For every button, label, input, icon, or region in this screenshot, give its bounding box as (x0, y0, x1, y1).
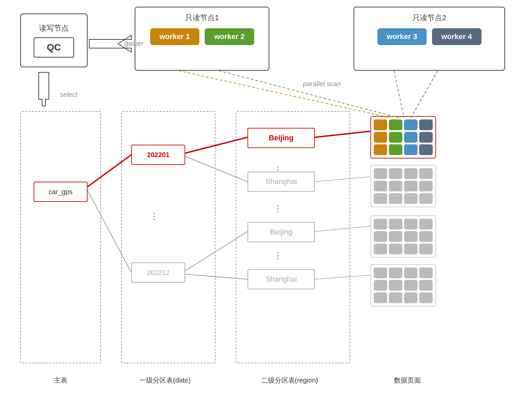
col-label-lvl2: 二级分区表(region) (229, 376, 350, 385)
lvl2-shanghai1-box: Shanghai (247, 172, 315, 192)
lvl2-beijing2-box: Beijing (247, 222, 315, 242)
lvl2-shanghai2-box: Shanghai (247, 269, 315, 289)
readonly1-title: 只读节点1 (185, 13, 219, 23)
qc-box: QC (34, 37, 74, 58)
cell (374, 144, 387, 155)
select-label: select (60, 91, 77, 99)
read-write-title: 读写节点 (39, 23, 69, 33)
svg-marker-3 (39, 72, 49, 106)
read-write-node: 读写节点 QC (20, 13, 88, 67)
cell (389, 144, 402, 155)
readonly2-title: 只读节点2 (412, 13, 446, 23)
lvl1-202212-box: 202212 (131, 262, 185, 283)
cell (374, 132, 387, 143)
dots-lvl2-3: ⋮ (273, 251, 283, 261)
svg-line-17 (411, 71, 438, 118)
worker2-btn: worker 2 (205, 28, 254, 45)
worker4-btn: worker 4 (432, 28, 481, 45)
cell (389, 132, 402, 143)
readonly-node1: 只读节点1 worker 1 worker 2 (135, 7, 269, 71)
col-label-main: 主表 (20, 376, 101, 385)
data-grid-3 (370, 264, 436, 307)
gather-label: gather (125, 40, 144, 47)
data-grid-1 (370, 165, 436, 207)
cell (404, 144, 418, 155)
parallel-scan-label: parallel scan (303, 80, 341, 88)
cell (404, 132, 418, 143)
svg-line-14 (178, 71, 391, 118)
workers-row-1: worker 1 worker 2 (150, 28, 254, 45)
car-gps-box: car_gps (34, 182, 88, 202)
lvl2-beijing-box: Beijing (247, 128, 315, 148)
col-label-lvl1: 一级分区表(date) (114, 376, 215, 385)
worker1-btn: worker 1 (150, 28, 200, 45)
col-main-border (20, 111, 101, 363)
dots-lvl2-2: ⋮ (273, 204, 283, 214)
cell (404, 119, 418, 130)
workers-row-2: worker 3 worker 4 (377, 28, 481, 45)
lvl1-202201-box: 202201 (131, 145, 185, 165)
svg-line-16 (394, 71, 404, 118)
cell (419, 132, 433, 143)
readonly-node2: 只读节点2 worker 3 worker 4 (354, 7, 505, 71)
data-grid-2 (370, 215, 436, 258)
worker3-btn: worker 3 (377, 28, 427, 45)
diagram-container: 读写节点 QC 只读节点1 worker 1 worker 2 只读节点2 wo… (0, 0, 532, 395)
svg-line-15 (219, 71, 399, 118)
col-label-data: 数据页面 (364, 376, 451, 385)
dots-lvl1: ⋮ (150, 211, 159, 222)
cell (389, 119, 402, 130)
cell (419, 144, 433, 155)
cell (419, 119, 433, 130)
data-grid-highlighted (370, 116, 436, 158)
cell (374, 119, 387, 130)
